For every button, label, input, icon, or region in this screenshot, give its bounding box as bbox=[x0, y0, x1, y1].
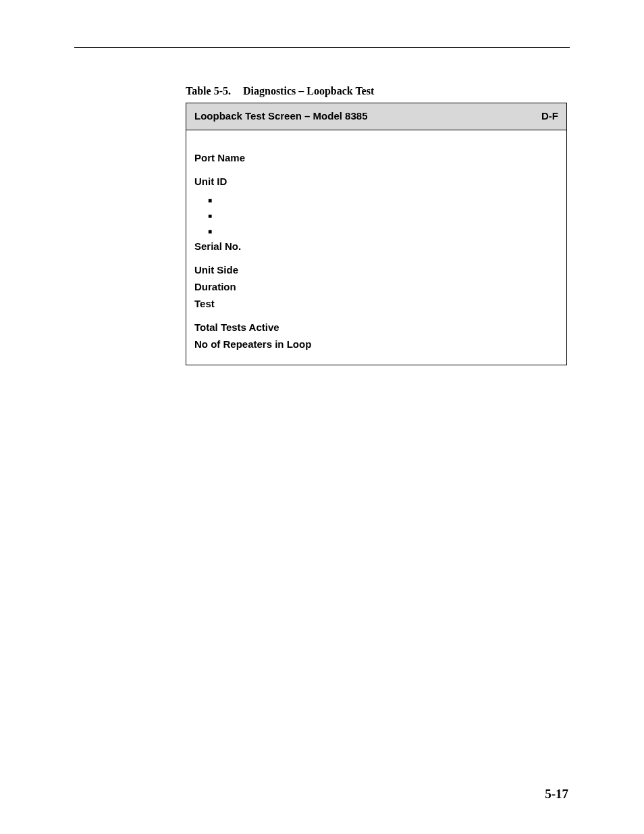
field-test: Test bbox=[194, 298, 558, 309]
field-unit-side: Unit Side bbox=[194, 264, 558, 276]
bullet-item bbox=[208, 209, 558, 219]
table-body: Port Name Unit ID Serial No. Unit Side D… bbox=[186, 130, 566, 365]
field-unit-id: Unit ID bbox=[194, 176, 558, 187]
field-port-name: Port Name bbox=[194, 152, 558, 163]
document-page: Table 5-5.Diagnostics – Loopback Test Lo… bbox=[0, 0, 644, 834]
table-caption: Table 5-5.Diagnostics – Loopback Test bbox=[186, 85, 567, 97]
field-serial-no: Serial No. bbox=[194, 240, 558, 252]
unit-id-bullets bbox=[194, 194, 558, 235]
table-container: Loopback Test Screen – Model 8385 D-F Po… bbox=[186, 103, 567, 365]
caption-title: Diagnostics – Loopback Test bbox=[243, 85, 374, 97]
content-area: Table 5-5.Diagnostics – Loopback Test Lo… bbox=[186, 85, 567, 365]
top-divider bbox=[74, 47, 570, 48]
table-header-row: Loopback Test Screen – Model 8385 D-F bbox=[186, 103, 566, 130]
table-header-right: D-F bbox=[541, 110, 558, 122]
field-total-tests-active: Total Tests Active bbox=[194, 321, 558, 333]
table-header-title: Loopback Test Screen – Model 8385 bbox=[194, 110, 367, 122]
field-duration: Duration bbox=[194, 281, 558, 292]
bullet-item bbox=[208, 194, 558, 204]
field-no-of-repeaters: No of Repeaters in Loop bbox=[194, 338, 558, 350]
page-number: 5-17 bbox=[545, 787, 568, 802]
bullet-item bbox=[208, 225, 558, 235]
caption-number: Table 5-5. bbox=[186, 85, 231, 97]
